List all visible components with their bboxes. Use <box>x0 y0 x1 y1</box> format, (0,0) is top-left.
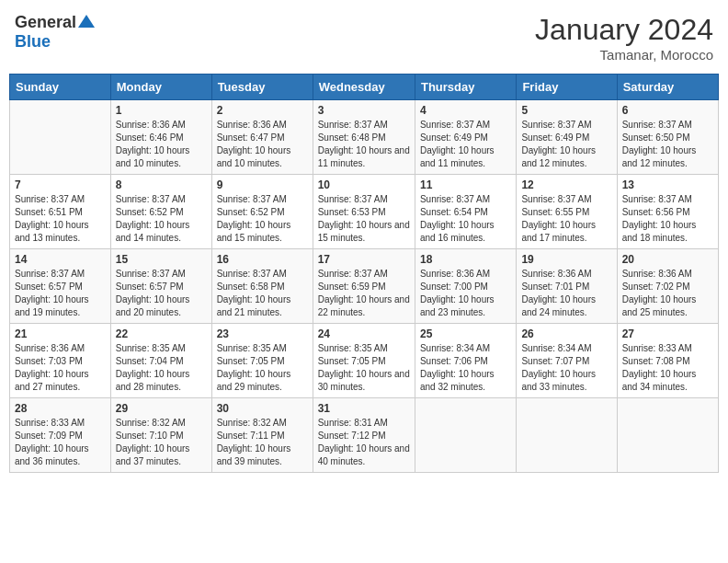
day-info: Sunrise: 8:37 AM Sunset: 6:52 PM Dayligh… <box>217 193 308 245</box>
calendar-cell: 27Sunrise: 8:33 AM Sunset: 7:08 PM Dayli… <box>617 324 718 398</box>
calendar-cell: 22Sunrise: 8:35 AM Sunset: 7:04 PM Dayli… <box>110 324 211 398</box>
calendar-cell: 6Sunrise: 8:37 AM Sunset: 6:50 PM Daylig… <box>617 100 718 175</box>
calendar-cell: 13Sunrise: 8:37 AM Sunset: 6:56 PM Dayli… <box>617 175 718 249</box>
day-info: Sunrise: 8:37 AM Sunset: 6:53 PM Dayligh… <box>318 193 410 245</box>
day-info: Sunrise: 8:34 AM Sunset: 7:07 PM Dayligh… <box>521 342 611 394</box>
week-row-1: 1Sunrise: 8:36 AM Sunset: 6:46 PM Daylig… <box>10 100 719 175</box>
day-number: 22 <box>116 327 207 340</box>
day-number: 1 <box>116 104 207 117</box>
week-row-2: 7Sunrise: 8:37 AM Sunset: 6:51 PM Daylig… <box>10 175 719 249</box>
calendar-cell: 17Sunrise: 8:37 AM Sunset: 6:59 PM Dayli… <box>313 249 415 324</box>
day-number: 31 <box>318 402 410 415</box>
day-number: 9 <box>217 178 308 191</box>
calendar-cell: 7Sunrise: 8:37 AM Sunset: 6:51 PM Daylig… <box>10 175 111 249</box>
day-info: Sunrise: 8:36 AM Sunset: 6:47 PM Dayligh… <box>217 119 308 170</box>
calendar-subtitle: Tamanar, Morocco <box>535 47 713 63</box>
day-number: 13 <box>622 178 713 191</box>
day-info: Sunrise: 8:37 AM Sunset: 6:49 PM Dayligh… <box>420 119 511 170</box>
header-day-saturday: Saturday <box>617 75 718 100</box>
day-number: 28 <box>15 402 106 415</box>
day-info: Sunrise: 8:36 AM Sunset: 7:00 PM Dayligh… <box>420 268 511 319</box>
day-info: Sunrise: 8:37 AM Sunset: 6:55 PM Dayligh… <box>521 193 611 245</box>
calendar-cell: 10Sunrise: 8:37 AM Sunset: 6:53 PM Dayli… <box>313 175 415 249</box>
logo-blue-text: Blue <box>15 32 51 52</box>
header-day-thursday: Thursday <box>415 75 516 100</box>
calendar-cell: 11Sunrise: 8:37 AM Sunset: 6:54 PM Dayli… <box>415 175 516 249</box>
calendar-cell: 19Sunrise: 8:36 AM Sunset: 7:01 PM Dayli… <box>517 249 617 324</box>
title-area: January 2024 Tamanar, Morocco <box>535 13 713 63</box>
calendar-cell: 20Sunrise: 8:36 AM Sunset: 7:02 PM Dayli… <box>617 249 718 324</box>
header-day-sunday: Sunday <box>10 75 111 100</box>
calendar-cell <box>517 398 617 473</box>
calendar-title: January 2024 <box>535 13 713 47</box>
day-info: Sunrise: 8:37 AM Sunset: 6:57 PM Dayligh… <box>15 268 106 319</box>
week-row-3: 14Sunrise: 8:37 AM Sunset: 6:57 PM Dayli… <box>10 249 719 324</box>
header: General Blue January 2024 Tamanar, Moroc… <box>9 9 719 66</box>
calendar-cell: 2Sunrise: 8:36 AM Sunset: 6:47 PM Daylig… <box>211 100 313 175</box>
header-day-wednesday: Wednesday <box>313 75 415 100</box>
day-number: 6 <box>622 104 713 117</box>
day-number: 15 <box>116 253 207 266</box>
week-row-5: 28Sunrise: 8:33 AM Sunset: 7:09 PM Dayli… <box>10 398 719 473</box>
day-number: 26 <box>521 327 611 340</box>
header-day-monday: Monday <box>110 75 211 100</box>
calendar-cell: 28Sunrise: 8:33 AM Sunset: 7:09 PM Dayli… <box>10 398 111 473</box>
calendar-cell <box>10 100 111 175</box>
day-info: Sunrise: 8:37 AM Sunset: 6:50 PM Dayligh… <box>622 119 713 170</box>
day-number: 19 <box>521 253 611 266</box>
header-day-friday: Friday <box>517 75 617 100</box>
header-day-tuesday: Tuesday <box>211 75 313 100</box>
logo-general-text: General <box>15 13 76 32</box>
day-number: 8 <box>116 178 207 191</box>
day-number: 27 <box>622 327 713 340</box>
day-number: 11 <box>420 178 511 191</box>
calendar-cell: 5Sunrise: 8:37 AM Sunset: 6:49 PM Daylig… <box>517 100 617 175</box>
day-info: Sunrise: 8:36 AM Sunset: 7:03 PM Dayligh… <box>15 342 106 394</box>
calendar-cell: 29Sunrise: 8:32 AM Sunset: 7:10 PM Dayli… <box>110 398 211 473</box>
day-number: 4 <box>420 104 511 117</box>
day-info: Sunrise: 8:35 AM Sunset: 7:05 PM Dayligh… <box>318 342 410 394</box>
calendar-cell: 14Sunrise: 8:37 AM Sunset: 6:57 PM Dayli… <box>10 249 111 324</box>
calendar-cell: 31Sunrise: 8:31 AM Sunset: 7:12 PM Dayli… <box>313 398 415 473</box>
day-info: Sunrise: 8:35 AM Sunset: 7:04 PM Dayligh… <box>116 342 207 394</box>
calendar-cell: 12Sunrise: 8:37 AM Sunset: 6:55 PM Dayli… <box>517 175 617 249</box>
day-number: 2 <box>217 104 308 117</box>
day-number: 16 <box>217 253 308 266</box>
calendar-cell: 3Sunrise: 8:37 AM Sunset: 6:48 PM Daylig… <box>313 100 415 175</box>
day-info: Sunrise: 8:37 AM Sunset: 6:48 PM Dayligh… <box>318 119 410 170</box>
day-number: 29 <box>116 402 207 415</box>
logo-triangle-icon <box>78 13 95 29</box>
calendar-header-row: SundayMondayTuesdayWednesdayThursdayFrid… <box>10 75 719 100</box>
calendar-table: SundayMondayTuesdayWednesdayThursdayFrid… <box>9 74 719 473</box>
day-number: 30 <box>217 402 308 415</box>
calendar-cell: 15Sunrise: 8:37 AM Sunset: 6:57 PM Dayli… <box>110 249 211 324</box>
calendar-cell: 24Sunrise: 8:35 AM Sunset: 7:05 PM Dayli… <box>313 324 415 398</box>
calendar-cell <box>617 398 718 473</box>
day-info: Sunrise: 8:32 AM Sunset: 7:10 PM Dayligh… <box>116 417 207 468</box>
day-info: Sunrise: 8:32 AM Sunset: 7:11 PM Dayligh… <box>217 417 308 468</box>
day-number: 7 <box>15 178 106 191</box>
calendar-cell: 16Sunrise: 8:37 AM Sunset: 6:58 PM Dayli… <box>211 249 313 324</box>
logo: General Blue <box>15 13 95 52</box>
day-number: 21 <box>15 327 106 340</box>
svg-marker-0 <box>78 15 95 28</box>
calendar-cell: 21Sunrise: 8:36 AM Sunset: 7:03 PM Dayli… <box>10 324 111 398</box>
day-number: 3 <box>318 104 410 117</box>
day-info: Sunrise: 8:37 AM Sunset: 6:59 PM Dayligh… <box>318 268 410 319</box>
day-number: 10 <box>318 178 410 191</box>
day-info: Sunrise: 8:33 AM Sunset: 7:09 PM Dayligh… <box>15 417 106 468</box>
calendar-cell: 25Sunrise: 8:34 AM Sunset: 7:06 PM Dayli… <box>415 324 516 398</box>
day-info: Sunrise: 8:35 AM Sunset: 7:05 PM Dayligh… <box>217 342 308 394</box>
day-info: Sunrise: 8:37 AM Sunset: 6:49 PM Dayligh… <box>521 119 611 170</box>
calendar-cell: 8Sunrise: 8:37 AM Sunset: 6:52 PM Daylig… <box>110 175 211 249</box>
day-number: 24 <box>318 327 410 340</box>
day-number: 14 <box>15 253 106 266</box>
day-info: Sunrise: 8:37 AM Sunset: 6:56 PM Dayligh… <box>622 193 713 245</box>
day-number: 12 <box>521 178 611 191</box>
calendar-cell: 30Sunrise: 8:32 AM Sunset: 7:11 PM Dayli… <box>211 398 313 473</box>
week-row-4: 21Sunrise: 8:36 AM Sunset: 7:03 PM Dayli… <box>10 324 719 398</box>
day-number: 25 <box>420 327 511 340</box>
day-info: Sunrise: 8:33 AM Sunset: 7:08 PM Dayligh… <box>622 342 713 394</box>
calendar-cell: 1Sunrise: 8:36 AM Sunset: 6:46 PM Daylig… <box>110 100 211 175</box>
day-number: 20 <box>622 253 713 266</box>
